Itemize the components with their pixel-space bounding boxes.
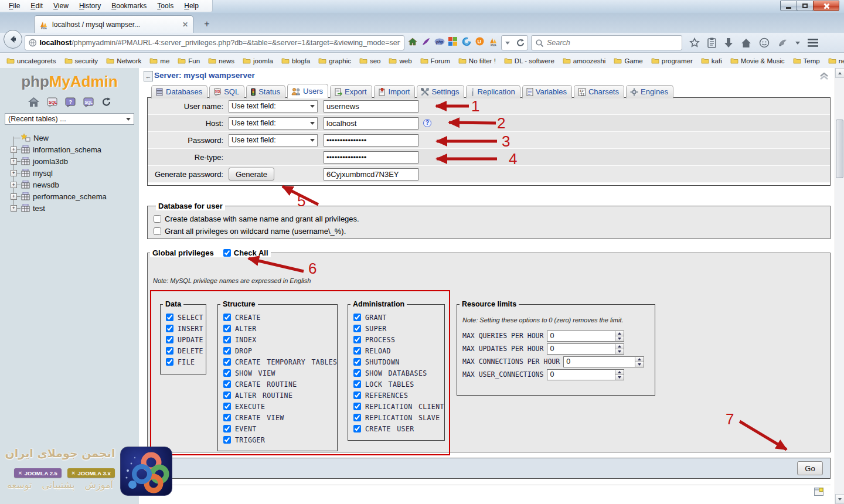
addon-bird-icon[interactable]	[777, 38, 788, 48]
generated-password-input[interactable]	[324, 168, 418, 181]
username-type-select[interactable]: Use text field:	[229, 100, 318, 113]
privilege-checkbox[interactable]	[223, 314, 231, 321]
bookmark-item[interactable]: graphic	[316, 57, 353, 65]
toolbar-overflow-caret-icon[interactable]	[795, 42, 800, 45]
tab-sql[interactable]: SQLSQL	[209, 85, 244, 98]
privilege-item[interactable]: SHOW DATABASES	[348, 367, 444, 379]
privilege-item[interactable]: CREATE VIEW	[218, 412, 337, 423]
spinner[interactable]	[615, 344, 624, 354]
reload-icon[interactable]	[516, 39, 525, 47]
privilege-checkbox[interactable]	[353, 336, 361, 343]
spin-down-icon[interactable]	[615, 336, 624, 341]
bookmark-item[interactable]: me	[147, 57, 172, 65]
privilege-item[interactable]: ALTER	[218, 323, 337, 334]
tab-engines[interactable]: Engines	[626, 85, 673, 98]
tab-settings[interactable]: Settings	[417, 85, 464, 98]
privilege-checkbox[interactable]	[353, 414, 361, 421]
menu-file[interactable]: File	[4, 1, 25, 11]
privilege-checkbox[interactable]	[223, 325, 231, 332]
bookmark-item[interactable]: Forum	[418, 57, 452, 65]
privilege-checkbox[interactable]	[223, 403, 231, 410]
page-scrollbar[interactable]	[835, 68, 844, 504]
home-icon[interactable]	[28, 97, 39, 107]
menu-edit[interactable]: Edit	[25, 1, 48, 11]
privilege-checkbox[interactable]	[353, 347, 361, 355]
bookmark-item[interactable]: Movie & Music	[728, 57, 787, 65]
privilege-item[interactable]: CREATE ROUTINE	[218, 379, 337, 390]
privilege-checkbox[interactable]	[353, 358, 361, 366]
search-input[interactable]	[547, 39, 678, 47]
new-tab-button[interactable]: +	[199, 18, 215, 30]
bookmark-item[interactable]: DL - softwere	[502, 57, 557, 65]
scroll-top-icon[interactable]	[819, 71, 829, 83]
privilege-checkbox[interactable]	[353, 314, 361, 321]
privilege-item[interactable]: REPLICATION SLAVE	[348, 412, 444, 423]
bookmark-item[interactable]: kafi	[699, 57, 724, 65]
privilege-item[interactable]: REFERENCES	[348, 390, 444, 401]
privilege-item[interactable]: LOCK TABLES	[348, 379, 444, 390]
privilege-item[interactable]: FILE	[161, 356, 206, 367]
privilege-item[interactable]: RELOAD	[348, 345, 444, 356]
pma-shortcut-icon[interactable]: PMA	[488, 36, 499, 47]
recent-tables-select[interactable]: (Recent tables) ...	[5, 113, 134, 125]
retype-input[interactable]	[324, 151, 418, 164]
home-icon[interactable]	[741, 38, 751, 48]
privilege-checkbox[interactable]	[166, 314, 173, 321]
swirl-shortcut-icon[interactable]	[461, 36, 472, 47]
spin-up-icon[interactable]	[615, 344, 624, 349]
tab-databases[interactable]: Databases	[151, 85, 207, 98]
username-input[interactable]	[324, 100, 418, 113]
privilege-checkbox[interactable]	[223, 358, 231, 366]
browser-tab[interactable]: PMA localhost / mysql wampser... ✕	[34, 15, 193, 33]
joomla-banner[interactable]: انجمن جوملای ایران ✕JOOMLA 2.5 ✕JOOMLA 3…	[0, 445, 176, 501]
host-type-select[interactable]: Use text field:	[229, 117, 318, 130]
tree-item-database[interactable]: + test	[0, 202, 139, 214]
php-shortcut-icon[interactable]: php	[434, 36, 445, 47]
privilege-checkbox[interactable]	[223, 347, 231, 355]
tab-export[interactable]: Export	[330, 85, 372, 98]
max-updates-input[interactable]: 0	[547, 343, 624, 355]
tab-close-icon[interactable]: ✕	[182, 21, 188, 29]
query-window-icon[interactable]: SQL	[47, 97, 57, 107]
tab-replication[interactable]: Replication	[466, 85, 520, 98]
privilege-checkbox[interactable]	[223, 425, 231, 433]
docs-help-icon[interactable]: ?	[65, 97, 76, 107]
privilege-checkbox[interactable]	[223, 436, 231, 444]
privilege-item[interactable]: SHOW VIEW	[218, 367, 337, 379]
privilege-item[interactable]: SHUTDOWN	[348, 356, 444, 367]
host-input[interactable]	[324, 117, 418, 130]
expand-icon[interactable]: +	[11, 147, 17, 153]
generate-button[interactable]: Generate	[229, 168, 274, 181]
menu-bookmarks[interactable]: Bookmarks	[106, 1, 152, 11]
privilege-checkbox[interactable]	[223, 336, 231, 343]
spinner[interactable]	[615, 370, 624, 380]
quill-shortcut-icon[interactable]	[420, 36, 431, 47]
privilege-item[interactable]: SUPER	[348, 323, 444, 334]
grant-wildcard-checkbox[interactable]	[154, 227, 161, 235]
tree-item-database[interactable]: + mysql	[0, 167, 139, 179]
privilege-checkbox[interactable]	[353, 380, 361, 388]
create-db-option[interactable]: Create database with same name and grant…	[154, 213, 830, 225]
privilege-checkbox[interactable]	[353, 425, 361, 433]
collapse-panel-button[interactable]: ←	[144, 71, 153, 81]
grant-wildcard-option[interactable]: Grant all privileges on wildcard name (u…	[154, 225, 830, 237]
tab-users[interactable]: Users	[287, 84, 328, 98]
tab-import[interactable]: Import	[374, 85, 416, 98]
bookmark-item[interactable]: No filter !	[456, 57, 498, 65]
expand-icon[interactable]: +	[11, 193, 17, 200]
max-connections-input[interactable]: 0	[563, 356, 644, 367]
downloads-icon[interactable]	[724, 38, 733, 48]
menu-help[interactable]: Help	[179, 1, 204, 11]
menu-tools[interactable]: Tools	[152, 1, 179, 11]
password-type-select[interactable]: Use text field:	[229, 134, 318, 147]
bookmark-item[interactable]: Fun	[175, 57, 202, 65]
tab-charsets[interactable]: 4112Charsets	[574, 85, 624, 98]
expand-icon[interactable]: +	[11, 182, 17, 188]
clipboard-icon[interactable]	[707, 38, 716, 48]
u-shortcut-icon[interactable]: U	[474, 36, 485, 47]
privilege-checkbox[interactable]	[166, 347, 173, 355]
tree-item-database[interactable]: + newsdb	[0, 179, 139, 190]
bookmark-item[interactable]: programer	[649, 57, 695, 65]
privilege-item[interactable]: DROP	[218, 345, 337, 356]
privilege-checkbox[interactable]	[353, 391, 361, 399]
